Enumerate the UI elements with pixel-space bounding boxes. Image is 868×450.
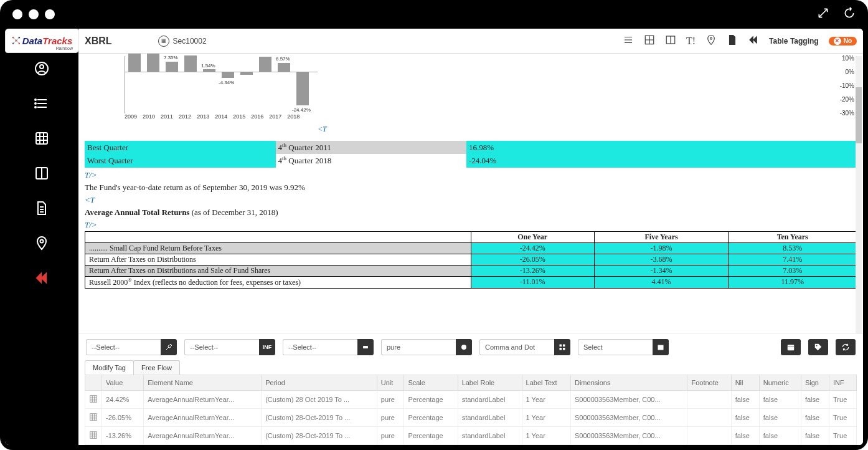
cell-nil: false: [731, 409, 759, 427]
calendar-action[interactable]: [781, 339, 801, 355]
row-icon[interactable]: [85, 409, 102, 427]
cell-sign: false: [801, 427, 829, 445]
cell-period: (Custom) 28 Oct 2019 To ...: [262, 391, 377, 409]
dot-max[interactable]: [45, 9, 55, 19]
select-4[interactable]: [381, 339, 456, 355]
select-1[interactable]: [86, 339, 161, 355]
grid-button[interactable]: [554, 339, 570, 355]
columns-icon[interactable]: [33, 165, 50, 182]
top-rewind-icon[interactable]: [748, 34, 759, 47]
sync-action[interactable]: [836, 339, 856, 355]
row-icon[interactable]: [85, 427, 102, 445]
avg-title: Average Annual Total Returns: [85, 208, 189, 217]
cell-value: -26.05%: [102, 409, 144, 427]
tag-action[interactable]: [808, 339, 828, 355]
svg-rect-53: [90, 414, 97, 421]
cell: 7.03%: [729, 265, 857, 276]
row-icon[interactable]: [85, 391, 102, 409]
select-5[interactable]: [479, 339, 554, 355]
th: Label Role: [458, 375, 522, 391]
xtick: 2013: [197, 113, 209, 120]
cell: -26.05%: [471, 254, 594, 265]
top-text-icon[interactable]: T!: [686, 36, 696, 47]
cell-foot: [687, 409, 731, 427]
dropdown-button[interactable]: [357, 339, 374, 355]
logo-subtitle: Rainbow: [56, 46, 73, 50]
pin-icon[interactable]: [33, 234, 50, 252]
cell-unit: pure: [377, 391, 404, 409]
inf-button[interactable]: INF: [259, 339, 275, 355]
page-title: XBRL: [85, 36, 112, 47]
logo-text-1: Data: [22, 36, 43, 46]
user-icon[interactable]: [33, 60, 50, 77]
dot-close[interactable]: [12, 9, 22, 19]
cell: 16.98%: [466, 141, 857, 154]
grid-icon[interactable]: [33, 130, 50, 147]
list-icon[interactable]: [33, 95, 50, 112]
top-file-icon[interactable]: [727, 34, 738, 47]
document-icon[interactable]: [33, 199, 50, 217]
cell-element: AverageAnnualReturnYear...: [144, 391, 262, 409]
cell-value: 24.42%: [102, 391, 144, 409]
cell: Best Quarter: [85, 141, 276, 154]
tab-modify-tag[interactable]: Modify Tag: [85, 360, 134, 375]
cell: -24.04%: [466, 154, 857, 167]
select-6[interactable]: [578, 339, 653, 355]
cell-dim: S000003563Member, C00...: [570, 391, 687, 409]
cell-unit: pure: [377, 427, 404, 445]
cell-role: standardLabel: [458, 427, 522, 445]
top-grid-icon[interactable]: [644, 34, 655, 47]
scrollbar-thumb[interactable]: [856, 87, 862, 143]
svg-rect-43: [658, 345, 664, 350]
wrench-button[interactable]: [161, 339, 177, 355]
tab-free-flow[interactable]: Free Flow: [133, 360, 180, 375]
th: Label Text: [522, 375, 570, 391]
no-toggle[interactable]: ✕No: [829, 37, 857, 45]
cell: Worst Quarter: [85, 154, 276, 167]
cell-dim: S000003563Member, C00...: [570, 427, 687, 445]
cell-period: (Custom) 28-Oct-2019 To ...: [262, 409, 377, 427]
th: Sign: [801, 375, 829, 391]
th: Footnote: [687, 375, 731, 391]
table-row[interactable]: 24.42% AverageAnnualReturnYear... (Custo…: [85, 391, 857, 409]
document-viewport[interactable]: 10% 0% -10% -20% -30% 7.35% 1.54%: [78, 54, 863, 333]
select-2[interactable]: [184, 339, 259, 355]
table-row[interactable]: -26.05% AverageAnnualReturnYear... (Cust…: [85, 409, 857, 427]
cell-num: false: [759, 427, 801, 445]
top-pin-icon[interactable]: [705, 34, 717, 47]
cell-inf: True: [829, 391, 857, 409]
cell-scale: Percentage: [404, 427, 458, 445]
cell-element: AverageAnnualReturnYear...: [144, 427, 262, 445]
dot-min[interactable]: [29, 9, 39, 19]
svg-line-7: [13, 41, 16, 44]
th: Ten Years: [729, 231, 857, 242]
cell: -1.34%: [594, 265, 729, 276]
svg-rect-37: [363, 346, 368, 348]
cell: -11.01%: [471, 276, 594, 288]
clock-button[interactable]: [456, 339, 472, 355]
th: Value: [102, 375, 144, 391]
select-3[interactable]: [283, 339, 357, 355]
bar-label: 1.54%: [201, 63, 215, 69]
cell-label: 1 Year: [522, 391, 570, 409]
cell: -1.98%: [594, 242, 729, 254]
svg-rect-41: [560, 348, 562, 350]
avg-sub: (as of December 31, 2018): [189, 208, 278, 217]
xtick: 2015: [233, 113, 245, 120]
calendar-button[interactable]: [653, 339, 669, 355]
svg-line-8: [16, 41, 19, 44]
reload-icon[interactable]: [843, 7, 856, 22]
expand-icon[interactable]: [817, 7, 829, 22]
data-grid: Value Element Name Period Unit Scale Lab…: [85, 375, 857, 445]
svg-rect-58: [90, 432, 97, 439]
table-row[interactable]: -13.26% AverageAnnualReturnYear... (Cust…: [85, 427, 857, 445]
xtick: 2011: [161, 113, 173, 120]
rewind-icon[interactable]: [33, 269, 50, 287]
window-frame: DataTracks Rainbow XBRL ▦ Sec10002: [0, 0, 868, 450]
top-list-icon[interactable]: [623, 34, 634, 47]
doc-id[interactable]: ▦ Sec10002: [158, 36, 207, 47]
cell: 7.41%: [729, 254, 857, 265]
ytick: -10%: [840, 82, 854, 89]
cell-nil: false: [731, 427, 759, 445]
top-columns-icon[interactable]: [665, 34, 676, 47]
